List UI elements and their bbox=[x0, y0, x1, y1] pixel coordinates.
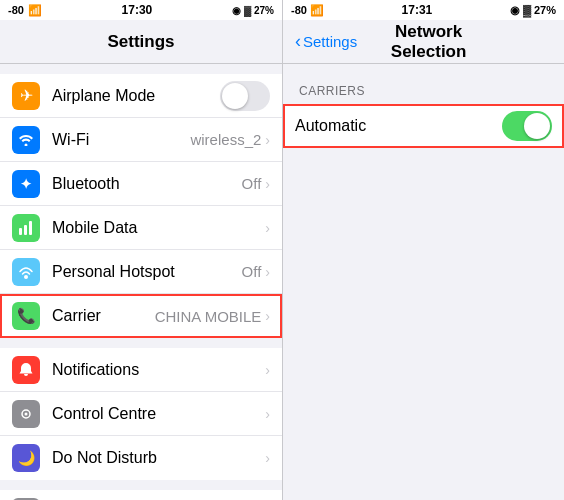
do-not-disturb-label: Do Not Disturb bbox=[52, 449, 265, 467]
notifications-chevron: › bbox=[265, 362, 270, 378]
mobile-data-label: Mobile Data bbox=[52, 219, 265, 237]
row-control-centre[interactable]: Control Centre › bbox=[0, 392, 282, 436]
right-panel: -80 📶 17:31 ◉ ▓ 27% ‹ Settings Network S… bbox=[282, 0, 564, 500]
carrier-chevron: › bbox=[265, 308, 270, 324]
section-notifications: Notifications › Control Centre › 🌙 Do No… bbox=[0, 348, 282, 480]
settings-list: ✈ Airplane Mode Wi-Fi wireless_2 › ✦ bbox=[0, 64, 282, 500]
control-centre-icon bbox=[12, 400, 40, 428]
airplane-label: Airplane Mode bbox=[52, 87, 220, 105]
right-status-bar: -80 📶 17:31 ◉ ▓ 27% bbox=[283, 0, 564, 20]
row-notifications[interactable]: Notifications › bbox=[0, 348, 282, 392]
carrier-icon: 📞 bbox=[12, 302, 40, 330]
row-carrier[interactable]: 📞 Carrier CHINA MOBILE › bbox=[0, 294, 282, 338]
left-time: 17:30 bbox=[122, 3, 153, 17]
svg-rect-2 bbox=[29, 221, 32, 235]
left-status-right: ◉ ▓ 27% bbox=[232, 5, 274, 16]
right-status-right: ◉ ▓ 27% bbox=[510, 4, 556, 17]
row-bluetooth[interactable]: ✦ Bluetooth Off › bbox=[0, 162, 282, 206]
svg-point-3 bbox=[24, 275, 28, 279]
do-not-disturb-chevron: › bbox=[265, 450, 270, 466]
battery-icon: ▓ bbox=[244, 5, 251, 16]
row-wifi[interactable]: Wi-Fi wireless_2 › bbox=[0, 118, 282, 162]
bluetooth-label: Bluetooth bbox=[52, 175, 242, 193]
airplane-icon: ✈ bbox=[12, 82, 40, 110]
battery-pct-left: 27% bbox=[254, 5, 274, 16]
right-signal: -80 bbox=[291, 4, 307, 16]
row-airplane[interactable]: ✈ Airplane Mode bbox=[0, 74, 282, 118]
back-button[interactable]: ‹ Settings bbox=[295, 31, 357, 52]
carriers-section: CARRIERS Automatic bbox=[283, 84, 564, 148]
section-connectivity: ✈ Airplane Mode Wi-Fi wireless_2 › ✦ bbox=[0, 74, 282, 338]
left-status-left: -80 📶 bbox=[8, 4, 42, 17]
back-label: Settings bbox=[303, 33, 357, 50]
row-mobile-data[interactable]: Mobile Data › bbox=[0, 206, 282, 250]
network-selection-title: Network Selection bbox=[365, 22, 492, 62]
settings-title: Settings bbox=[107, 32, 174, 52]
row-do-not-disturb[interactable]: 🌙 Do Not Disturb › bbox=[0, 436, 282, 480]
mobile-data-icon bbox=[12, 214, 40, 242]
wifi-chevron: › bbox=[265, 132, 270, 148]
right-location-icon: ◉ bbox=[510, 4, 520, 16]
left-status-bar: -80 📶 17:30 ◉ ▓ 27% bbox=[0, 0, 282, 20]
right-time: 17:31 bbox=[402, 3, 433, 17]
wifi-label: Wi-Fi bbox=[52, 131, 190, 149]
wifi-icon bbox=[12, 126, 40, 154]
bluetooth-value: Off bbox=[242, 175, 262, 192]
svg-rect-1 bbox=[24, 225, 27, 235]
hotspot-label: Personal Hotspot bbox=[52, 263, 242, 281]
signal-icon: -80 bbox=[8, 4, 24, 16]
control-centre-label: Control Centre bbox=[52, 405, 265, 423]
toggle-knob bbox=[222, 83, 248, 109]
back-chevron-icon: ‹ bbox=[295, 31, 301, 52]
notifications-label: Notifications bbox=[52, 361, 265, 379]
right-battery: ▓ 27% bbox=[523, 4, 556, 16]
left-nav-header: Settings bbox=[0, 20, 282, 64]
hotspot-icon bbox=[12, 258, 40, 286]
svg-rect-0 bbox=[19, 228, 22, 235]
left-panel: -80 📶 17:30 ◉ ▓ 27% Settings ✈ Airplane … bbox=[0, 0, 282, 500]
bluetooth-icon: ✦ bbox=[12, 170, 40, 198]
carrier-label: Carrier bbox=[52, 307, 155, 325]
airplane-toggle[interactable] bbox=[220, 81, 270, 111]
right-wifi-icon: 📶 bbox=[310, 4, 324, 16]
svg-point-5 bbox=[25, 412, 28, 415]
section-general: ⚙ General › Aa Display & Brightness › Wa… bbox=[0, 490, 282, 500]
row-personal-hotspot[interactable]: Personal Hotspot Off › bbox=[0, 250, 282, 294]
left-battery: ▓ 27% bbox=[244, 5, 274, 16]
right-status-left: -80 📶 bbox=[291, 4, 324, 17]
notifications-icon bbox=[12, 356, 40, 384]
right-nav-header: ‹ Settings Network Selection bbox=[283, 20, 564, 64]
toggle-on-knob bbox=[524, 113, 550, 139]
hotspot-chevron: › bbox=[265, 264, 270, 280]
automatic-row[interactable]: Automatic bbox=[283, 104, 564, 148]
row-general[interactable]: ⚙ General › bbox=[0, 490, 282, 500]
automatic-toggle[interactable] bbox=[502, 111, 552, 141]
carrier-value: CHINA MOBILE bbox=[155, 308, 262, 325]
do-not-disturb-icon: 🌙 bbox=[12, 444, 40, 472]
wifi-icon-left: 📶 bbox=[28, 4, 42, 17]
automatic-label: Automatic bbox=[295, 117, 502, 135]
wifi-value: wireless_2 bbox=[190, 131, 261, 148]
bluetooth-chevron: › bbox=[265, 176, 270, 192]
control-centre-chevron: › bbox=[265, 406, 270, 422]
mobile-data-chevron: › bbox=[265, 220, 270, 236]
hotspot-value: Off bbox=[242, 263, 262, 280]
carriers-label: CARRIERS bbox=[283, 84, 564, 104]
location-icon: ◉ bbox=[232, 5, 241, 16]
